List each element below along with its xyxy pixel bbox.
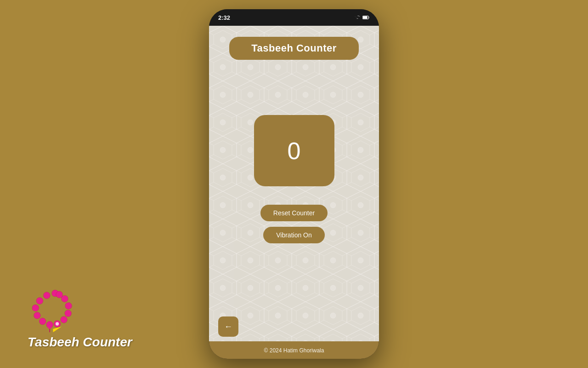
svg-point-8 — [61, 316, 68, 323]
svg-point-14 — [48, 325, 52, 329]
svg-point-2 — [36, 298, 43, 305]
reset-counter-button[interactable]: Reset Counter — [260, 205, 328, 221]
svg-point-11 — [62, 295, 68, 302]
svg-point-12 — [56, 291, 63, 298]
back-arrow-icon: ← — [224, 322, 232, 332]
app-title-container: Tasbeeh Counter — [229, 37, 359, 60]
svg-point-1 — [44, 292, 51, 299]
svg-point-5 — [39, 318, 46, 325]
svg-rect-18 — [363, 16, 368, 18]
svg-point-3 — [32, 305, 39, 311]
camera-notch — [288, 14, 300, 20]
svg-point-10 — [65, 303, 72, 310]
counter-box[interactable]: 0 — [254, 115, 334, 186]
app-content: Tasbeeh Counter 0 Reset Counter Vibratio… — [209, 26, 379, 341]
footer-bar: © 2024 Hatim Ghoriwala — [209, 341, 379, 359]
status-time: 2:32 — [218, 14, 230, 21]
watermark: Tasbeeh Counter — [28, 287, 132, 350]
bottom-bar: ← — [209, 309, 379, 341]
svg-point-4 — [34, 312, 41, 319]
status-icons — [354, 14, 370, 21]
phone-frame: 2:32 — [209, 9, 379, 359]
buttons-container: Reset Counter Vibration On — [260, 205, 328, 243]
back-button[interactable]: ← — [218, 316, 238, 337]
app-screen: Tasbeeh Counter 0 Reset Counter Vibratio… — [209, 26, 379, 341]
counter-display: 0 — [288, 137, 301, 165]
status-bar: 2:32 — [209, 9, 379, 26]
beads-icon — [28, 287, 83, 333]
svg-point-9 — [65, 310, 72, 317]
vibration-toggle-button[interactable]: Vibration On — [263, 227, 325, 243]
watermark-title: Tasbeeh Counter — [28, 335, 132, 350]
svg-point-16 — [56, 322, 59, 325]
battery-icon — [362, 15, 370, 20]
footer-text: © 2024 Hatim Ghoriwala — [264, 347, 324, 354]
svg-marker-15 — [53, 327, 61, 332]
app-title: Tasbeeh Counter — [251, 42, 337, 54]
wifi-icon — [354, 14, 361, 21]
